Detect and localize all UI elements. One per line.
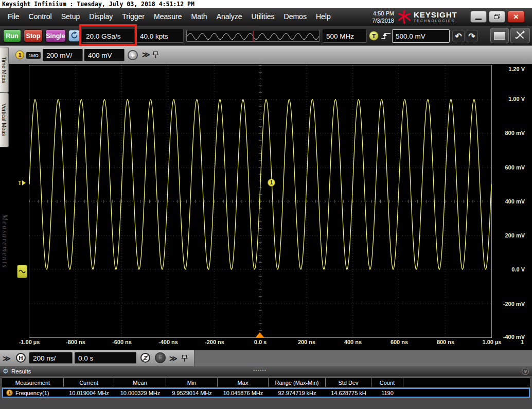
y-axis-label: 200 mV [493, 232, 525, 238]
menu-item-analyze[interactable]: Analyze [212, 8, 247, 26]
display-settings-button[interactable] [490, 28, 509, 43]
timebase-box[interactable]: 200 ns/ [29, 352, 73, 364]
acquisition-preview-waveform [187, 30, 320, 42]
x-axis-label: 200 ns [287, 339, 326, 345]
channel1-badge[interactable]: 1 [15, 50, 24, 59]
axis-channel-indicator: 1 [521, 339, 524, 345]
redo-button[interactable]: ↷ [466, 30, 478, 42]
waveform-display[interactable] [29, 65, 492, 338]
redo-icon: ↷ [468, 31, 475, 41]
tab-time-measurements[interactable]: Time Meas [0, 47, 9, 93]
y-axis-label: 800 mV [493, 130, 525, 136]
column-header-filler [403, 378, 530, 387]
logo-name: KEYSIGHT [414, 10, 457, 19]
waveform-area: Measurements T 1 1.20 V 1.00 V 800 mV 60… [0, 64, 532, 350]
results-row-frequency[interactable]: 1 Frequency(1) 10.019004 MHz 10.000329 M… [2, 388, 530, 398]
menu-item-utilities[interactable]: Utilities [246, 8, 279, 26]
close-button[interactable]: × [507, 11, 525, 23]
clock-date: 7/3/2018 [358, 17, 394, 24]
menu-item-math[interactable]: Math [187, 8, 212, 26]
clock-time: 4:50 PM [358, 10, 394, 17]
undo-button[interactable]: ↶ [452, 30, 465, 42]
y-axis-label: 1.00 V [493, 96, 525, 102]
trigger-level-marker[interactable]: T [18, 180, 26, 186]
menu-item-trigger[interactable]: Trigger [117, 8, 149, 26]
pin-icon[interactable] [181, 354, 188, 364]
x-axis-label: 0.0 s [241, 339, 280, 345]
x-axis-label: 1.00 µs [472, 339, 511, 345]
column-header: Range (Max-Min) [269, 378, 326, 387]
column-header: Mean [114, 378, 166, 387]
x-axis-label: 800 ns [426, 339, 465, 345]
expand-chevrons-icon[interactable]: ≫ [3, 354, 11, 362]
x-axis-label: -200 ns [195, 339, 234, 345]
toolbar: Run Stop Single 20.0 GSa/s 40.0 kpts 500… [0, 26, 532, 45]
collapse-chevron-icon[interactable]: » [522, 368, 529, 375]
stop-button[interactable]: Stop [24, 29, 43, 42]
measurements-watermark: Measurements [1, 214, 9, 317]
drag-handle-dots[interactable]: ...... [253, 365, 267, 372]
sample-rate-box[interactable]: 20.0 GSa/s [82, 29, 134, 43]
measurement-badge: 1 [6, 389, 13, 396]
keysight-spark-icon [397, 10, 412, 26]
menu-item-setup[interactable]: Setup [57, 8, 85, 26]
column-header: Measurement [2, 378, 64, 387]
column-header: Count [371, 378, 403, 387]
bandwidth-box[interactable]: 500 MHz [323, 29, 367, 43]
expand-chevrons-icon[interactable]: ≫ [169, 354, 178, 362]
trigger-level-box[interactable]: 500.0 mV [392, 29, 450, 43]
gear-icon[interactable]: ⚙ [3, 367, 9, 376]
y-axis-label: 0.0 V [493, 266, 525, 272]
measurement-name: Frequency(1) [15, 390, 49, 396]
menu-item-file[interactable]: File [3, 8, 24, 26]
menu-item-measure[interactable]: Measure [149, 8, 186, 26]
impedance-badge: 1MΩ [26, 52, 41, 59]
x-axis-label: -1.00 µs [10, 339, 49, 345]
menu-item-display[interactable]: Display [84, 8, 117, 26]
trigger-marker-arrow-icon [22, 180, 26, 185]
results-title: Results [11, 366, 31, 377]
autoscale-button[interactable] [510, 28, 530, 43]
menu-item-control[interactable]: Control [24, 8, 57, 26]
add-channel-button[interactable]: + [128, 50, 138, 60]
keysight-logo: KEYSIGHT TECHNOLOGIES [397, 9, 465, 25]
channel1-ground-marker[interactable] [17, 265, 27, 278]
close-icon: × [513, 12, 519, 21]
horizontal-controls-group: ≫ H 200 ns/ 0.0 s Z ⠿ ≫ [0, 350, 194, 366]
x-axis-label: 400 ns [333, 339, 373, 345]
y-axis-label: 600 mV [493, 164, 525, 171]
column-header: Std Dev [326, 378, 371, 387]
refresh-button[interactable] [68, 30, 80, 42]
acquisition-preview[interactable] [186, 30, 320, 42]
channel1-offset-box[interactable]: 400 mV [84, 49, 125, 61]
horizontal-position-box[interactable]: 0.0 s [75, 352, 136, 364]
maximize-icon [494, 14, 501, 20]
run-button[interactable]: Run [3, 29, 21, 42]
trigger-edge-icon[interactable] [381, 31, 391, 42]
horizontal-badge[interactable]: H [16, 353, 26, 363]
menu-item-help[interactable]: Help [311, 8, 335, 26]
undo-icon: ↶ [455, 31, 462, 41]
single-button[interactable]: Single [45, 29, 66, 42]
horizontal-bar: ≫ H 200 ns/ 0.0 s Z ⠿ ≫ [0, 350, 532, 366]
y-axis-label: -200 mV [493, 301, 525, 307]
expand-chevrons-icon[interactable]: ≫ [142, 50, 150, 58]
zoom-disabled-badge[interactable]: Z [140, 353, 150, 363]
menu-item-demos[interactable]: Demos [279, 8, 311, 26]
minimize-icon [475, 19, 482, 20]
pin-icon[interactable] [152, 51, 159, 61]
memory-depth-box[interactable]: 40.0 kpts [136, 29, 184, 43]
maximize-button[interactable] [489, 11, 505, 23]
trigger-source-badge[interactable]: T [369, 31, 379, 41]
mean-cell: 10.000329 MHz [114, 389, 166, 397]
column-header: Max [218, 378, 269, 387]
channel-bar: 1 1MΩ 200 mV/ 400 mV + ≫ [0, 45, 532, 64]
channel1-scale-box[interactable]: 200 mV/ [43, 49, 83, 61]
y-axis-label: 1.20 V [493, 66, 525, 72]
minimize-button[interactable] [470, 11, 487, 23]
intensity-knob[interactable]: ⠿ [155, 352, 166, 363]
waveform-glyph-icon [19, 267, 26, 276]
trigger-time-marker[interactable] [256, 332, 264, 337]
range-cell: 92.974719 kHz [269, 389, 326, 397]
tab-vertical-measurements[interactable]: Vertical Meas [0, 93, 9, 147]
